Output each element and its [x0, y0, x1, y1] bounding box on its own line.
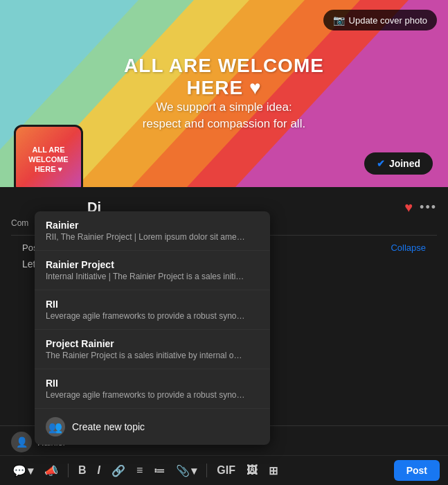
cover-subtitle-line1: We support a simple idea: [112, 99, 337, 116]
dropdown-item-desc: Internal Initiative | The Rainier Projec… [46, 272, 247, 281]
camera-icon: 📷 [333, 15, 345, 26]
dropdown-item-title: Project Rainier [46, 338, 259, 349]
dropdown-item-desc: Leverage agile frameworks to provide a r… [46, 390, 247, 400]
cover-subtitle-line2: respect and compassion for all. [112, 116, 337, 132]
dropdown-scroll[interactable]: Rainier RII, The Rainier Project | Lorem… [35, 211, 270, 409]
check-icon: ✔ [377, 158, 385, 169]
dropdown-item[interactable]: Rainier RII, The Rainier Project | Lorem… [35, 211, 270, 251]
italic-label: I [98, 464, 100, 477]
dropdown-item[interactable]: Project Rainier The Rainier Project is a… [35, 330, 270, 369]
link-button[interactable]: 🔗 [107, 461, 129, 480]
composer-avatar: 👤 [11, 432, 32, 452]
joined-button[interactable]: ✔ Joined [364, 152, 433, 175]
dropdown-item-title: RII [46, 378, 259, 389]
italic-button[interactable]: I [93, 461, 105, 479]
plus-icon: 👥 [48, 421, 62, 434]
dropdown-footer-item[interactable]: 👥 Create new topic [35, 409, 270, 445]
dropdown-item-desc: The Rainier Project is a sales initiativ… [46, 351, 247, 360]
cover-main-title: ALL ARE WELCOME HERE ♥ [112, 55, 337, 99]
attach-button[interactable]: 📎 ▾ [172, 461, 201, 480]
joined-label: Joined [389, 158, 420, 169]
gif-button[interactable]: GIF [213, 461, 240, 479]
chat-format-button[interactable]: 💬 ▾ [8, 461, 37, 480]
composer-toolbar: 💬 ▾ 📣 B I 🔗 ≡ ≔ 📎 ▾ GIF 🖼 ⊞ Post [0, 455, 448, 485]
toolbar-separator-2 [206, 464, 207, 477]
more-button[interactable]: ••• [420, 200, 437, 215]
announce-button[interactable]: 📣 [40, 461, 62, 480]
heart-button[interactable]: ♥ [404, 200, 413, 215]
create-topic-icon: 👥 [46, 417, 65, 436]
dropdown-item-title: Rainier Project [46, 259, 259, 270]
toolbar-separator-1 [68, 464, 69, 477]
logo-line2: WELCOME [28, 155, 68, 164]
update-cover-button[interactable]: 📷 Update cover photo [323, 10, 437, 30]
dropdown-item[interactable]: RII Leverage agile frameworks to provide… [35, 369, 270, 409]
create-topic-label: Create new topic [72, 421, 145, 432]
dropdown-item-desc: Leverage agile frameworks to provide a r… [46, 311, 247, 321]
dropdown-item[interactable]: Rainier Project Internal Initiative | Th… [35, 251, 270, 290]
cover-photo: ALL ARE WELCOME HERE ♥ We support a simp… [0, 0, 448, 187]
bold-button[interactable]: B [74, 461, 91, 479]
list-ol-button[interactable]: ≔ [150, 461, 169, 480]
avatar-icon: 👤 [16, 436, 28, 448]
info-actions: ♥ ••• [404, 200, 437, 215]
post-button[interactable]: Post [394, 460, 440, 481]
dropdown-container: Rainier RII, The Rainier Project | Lorem… [35, 211, 270, 445]
group-logo: ALL ARE WELCOME HERE ♥ [14, 125, 83, 187]
image-button[interactable]: 🖼 [242, 461, 262, 479]
dropdown-item[interactable]: RII Leverage agile frameworks to provide… [35, 290, 270, 330]
list-ul-button[interactable]: ≡ [132, 461, 147, 479]
attach-dropdown-icon: ▾ [191, 464, 197, 477]
dropdown-item-title: Rainier [46, 220, 259, 231]
logo-line3: HERE ♥ [35, 164, 62, 174]
dropdown-item-title: RII [46, 299, 259, 310]
update-cover-label: Update cover photo [349, 15, 427, 26]
logo-line1: ALL ARE [32, 145, 64, 155]
cover-text-overlay: ALL ARE WELCOME HERE ♥ We support a simp… [112, 55, 337, 132]
chat-dropdown-icon: ▾ [28, 464, 33, 477]
dropdown-item-desc: RII, The Rainier Project | Lorem ipsum d… [46, 232, 247, 242]
table-button[interactable]: ⊞ [265, 461, 282, 480]
collapse-link[interactable]: Collapse [391, 242, 426, 253]
